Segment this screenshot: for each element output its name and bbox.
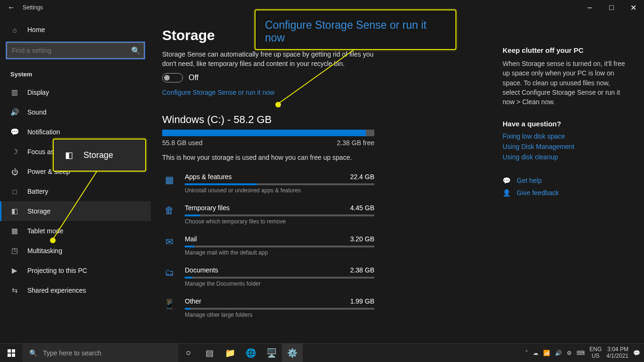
sidebar-item-multitasking[interactable]: ◳ Multitasking [0,241,151,261]
side-heading-question: Have a question? [503,120,625,128]
storage-sense-description: Storage Sense can automatically free up … [162,50,379,68]
category-icon: 🗂 [162,266,176,287]
sidebar: ⌂ Home 🔍 System ▥ Display 🔊 Sound 💬 Noti… [0,15,151,343]
sidebar-item-label: Display [27,89,49,96]
titlebar: ← Settings – □ ✕ [0,0,644,15]
search-icon: 🔍 [131,46,140,55]
help-icon: 💬 [503,177,510,184]
sidebar-item-tablet-mode[interactable]: ▦ Tablet mode [0,221,151,241]
search-input[interactable] [7,42,144,58]
category-row[interactable]: ▦Apps & features22.4 GBUninstall unused … [162,173,374,194]
tablet-icon: ▦ [10,227,19,235]
sound-icon: 🔊 [10,108,19,116]
sidebar-item-projecting[interactable]: ▶ Projecting to this PC [0,261,151,280]
window-title: Settings [23,4,43,11]
minimize-button[interactable]: – [579,0,601,15]
category-icon: 🗑 [162,204,176,225]
sidebar-home[interactable]: ⌂ Home [0,20,151,40]
feedback-icon: 👤 [503,189,510,197]
category-bar [185,308,374,310]
category-row[interactable]: 📱Other1.99 GBManage other large folders [162,297,374,318]
drive-title: Windows (C:) - 58.2 GB [162,114,379,126]
category-name: Other [185,297,201,305]
tray-icon[interactable]: ⚙ [567,350,572,356]
category-bar [185,246,374,247]
category-icon: ✉ [162,235,176,256]
free-label: 2.38 GB free [337,139,374,147]
sidebar-item-label: Tablet mode [27,227,63,235]
give-feedback-link[interactable]: 👤 Give feedback [503,189,625,197]
taskbar-search[interactable]: 🔍 Type here to search [23,344,178,362]
main-content: Storage Storage Sense can automatically … [162,27,379,338]
category-name: Documents [185,266,218,274]
task-view-button[interactable]: ▤ [199,344,220,362]
category-size: 1.99 GB [350,297,374,305]
category-row[interactable]: 🗂Documents2.38 GBManage the Documents fo… [162,266,374,287]
tray-notifications-icon[interactable]: 💬 [633,350,640,356]
home-icon: ⌂ [10,26,19,34]
category-desc: Manage mail with the default app [185,249,374,256]
category-name: Mail [185,235,197,243]
shared-icon: ⇆ [10,286,19,295]
sidebar-item-storage[interactable]: ◧ Storage [0,201,151,221]
sidebar-item-display[interactable]: ▥ Display [0,82,151,102]
category-row[interactable]: ✉Mail3.20 GBManage mail with the default… [162,235,374,256]
tray-language[interactable]: ENG US [589,346,602,359]
tray-onedrive-icon[interactable]: ☁ [533,350,538,356]
taskbar-search-placeholder: Type here to search [43,349,101,357]
back-button[interactable]: ← [0,3,23,12]
sidebar-home-label: Home [27,26,45,33]
tray-network-icon[interactable]: 📶 [543,350,550,356]
sidebar-item-shared-experiences[interactable]: ⇆ Shared experiences [0,280,151,300]
sidebar-item-battery[interactable]: □ Battery [0,181,151,201]
category-desc: Manage the Documents folder [185,280,374,287]
app-button[interactable]: 🖥️ [261,344,282,362]
faq-link[interactable]: Using Disk Management [503,143,625,150]
category-size: 22.4 GB [350,173,374,181]
sidebar-item-label: Battery [27,188,48,195]
sidebar-item-label: Projecting to this PC [27,267,87,274]
category-desc: Uninstall unused or undesired apps & fea… [185,187,374,194]
category-bar [185,277,374,279]
category-desc: Choose which temporary files to remove [185,218,374,225]
focus-icon: ☽ [10,148,19,156]
close-button[interactable]: ✕ [622,0,644,15]
sidebar-item-notifications[interactable]: 💬 Notification [0,122,151,142]
notification-icon: 💬 [10,128,19,136]
configure-storage-sense-link[interactable]: Configure Storage Sense or run it now [162,89,274,96]
category-size: 3.20 GB [350,235,374,243]
tray-keyboard-icon[interactable]: ⌨ [577,350,585,356]
chrome-button[interactable]: 🌐 [240,344,261,362]
faq-link[interactable]: Using disk cleanup [503,153,625,161]
side-clutter-text: When Storage sense is turned on, it'll f… [503,59,625,107]
sidebar-item-sound[interactable]: 🔊 Sound [0,102,151,122]
category-row[interactable]: 🗑Temporary files4.45 GBChoose which temp… [162,204,374,225]
sidebar-item-power-sleep[interactable]: ⏻ Power & sleep [0,162,151,181]
get-help-link[interactable]: 💬 Get help [503,177,625,184]
sidebar-section-label: System [0,62,151,82]
drive-usage-bar [162,130,374,136]
sidebar-item-label: Multitasking [27,247,62,255]
category-size: 4.45 GB [350,204,374,212]
start-button[interactable] [0,344,23,362]
settings-button[interactable]: ⚙️ [282,344,303,362]
svg-rect-3 [12,354,15,357]
file-explorer-button[interactable]: 📁 [220,344,240,362]
maximize-button[interactable]: □ [601,0,622,15]
tray-clock[interactable]: 3:04 PM 4/1/2021 [606,346,628,359]
storage-sense-toggle[interactable] [162,73,183,82]
cortana-button[interactable]: ○ [178,344,199,362]
sidebar-item-label: Shared experiences [27,287,86,294]
toggle-state-label: Off [189,74,198,82]
faq-link[interactable]: Fixing low disk space [503,132,625,140]
category-desc: Manage other large folders [185,312,374,318]
tray-volume-icon[interactable]: 🔊 [555,350,562,356]
display-icon: ▥ [10,88,19,97]
sidebar-item-focus-assist[interactable]: ☽ Focus assist [0,142,151,162]
tray-chevron-icon[interactable]: ˄ [525,350,528,356]
side-heading-clutter: Keep clutter off your PC [503,46,625,54]
storage-icon: ◧ [10,207,19,215]
category-bar [185,214,374,216]
sidebar-item-label: Notification [27,128,60,136]
page-title: Storage [162,27,379,43]
